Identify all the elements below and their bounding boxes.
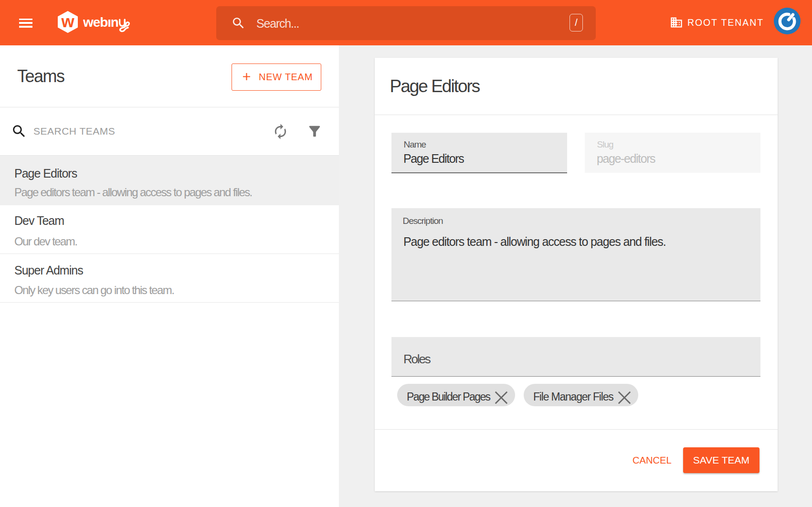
svg-text:w: w	[61, 12, 74, 31]
svg-text:webın: webın	[83, 15, 118, 30]
